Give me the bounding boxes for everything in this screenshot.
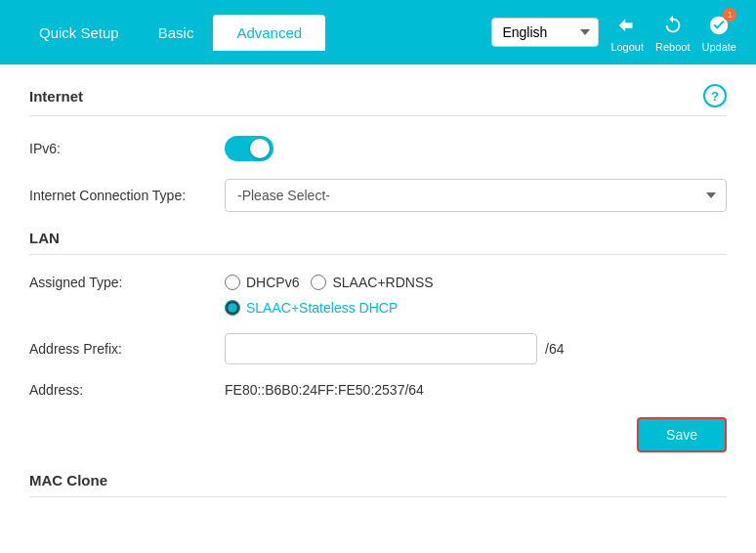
- reboot-label: Reboot: [655, 41, 690, 53]
- reboot-icon: [659, 12, 687, 39]
- lan-section: LAN Assigned Type: DHCPv6 SLAAC+RDNSS: [29, 230, 727, 398]
- ipv6-row: IPv6:: [29, 136, 727, 161]
- internet-section-header: Internet ?: [29, 84, 727, 116]
- connection-type-row: Internet Connection Type: -Please Select…: [29, 179, 727, 212]
- save-button[interactable]: Save: [637, 417, 727, 452]
- radio-dhcpv6[interactable]: DHCPv6: [225, 275, 299, 290]
- radio-slaac-stateless-label: SLAAC+Stateless DHCP: [246, 300, 398, 316]
- address-prefix-row: Address Prefix: /64: [29, 333, 727, 364]
- header: Quick Setup Basic Advanced English Chine…: [0, 0, 756, 64]
- save-btn-row: Save: [29, 417, 727, 452]
- reboot-action[interactable]: Reboot: [655, 12, 690, 53]
- address-prefix-label: Address Prefix:: [29, 341, 225, 357]
- ipv6-toggle[interactable]: [225, 136, 727, 161]
- address-value-container: FE80::B6B0:24FF:FE50:2537/64: [225, 382, 727, 398]
- assigned-type-row: Assigned Type: DHCPv6 SLAAC+RDNSS: [29, 275, 727, 316]
- logout-action[interactable]: Logout: [610, 12, 644, 53]
- address-value: FE80::B6B0:24FF:FE50:2537/64: [225, 382, 424, 398]
- assigned-type-inner: Assigned Type: DHCPv6 SLAAC+RDNSS: [29, 275, 727, 290]
- assigned-type-options: DHCPv6 SLAAC+RDNSS: [225, 275, 727, 290]
- connection-type-select[interactable]: -Please Select- PPPoE Dynamic IP Static …: [225, 179, 727, 212]
- nav-quick-setup[interactable]: Quick Setup: [20, 15, 139, 51]
- nav-basic[interactable]: Basic: [139, 15, 214, 51]
- lan-section-header: LAN: [29, 230, 727, 255]
- assigned-type-second-row: SLAAC+Stateless DHCP: [29, 300, 727, 316]
- assigned-type-label: Assigned Type:: [29, 275, 225, 290]
- radio-group: DHCPv6 SLAAC+RDNSS: [225, 275, 727, 290]
- logout-label: Logout: [610, 41, 644, 53]
- radio-slaac-rdnss[interactable]: SLAAC+RDNSS: [311, 275, 433, 290]
- update-icon: 1: [705, 12, 733, 39]
- mac-clone-title: MAC Clone: [29, 472, 107, 489]
- logout-icon: [613, 12, 641, 39]
- update-badge: 1: [723, 8, 736, 21]
- update-action[interactable]: 1 Update: [702, 12, 736, 53]
- update-label: Update: [702, 41, 736, 53]
- address-row: Address: FE80::B6B0:24FF:FE50:2537/64: [29, 382, 727, 398]
- main-content: Internet ? IPv6: Internet Connection Typ…: [0, 64, 756, 553]
- main-nav: Quick Setup Basic Advanced: [20, 0, 325, 64]
- ipv6-label: IPv6:: [29, 141, 225, 156]
- connection-type-select-wrapper: -Please Select- PPPoE Dynamic IP Static …: [225, 179, 727, 212]
- help-icon[interactable]: ?: [703, 84, 727, 107]
- header-right: English Chinese French German Logout Reb…: [491, 12, 736, 53]
- address-prefix-input[interactable]: [225, 333, 537, 364]
- mac-clone-section: MAC Clone: [29, 472, 727, 497]
- nav-advanced[interactable]: Advanced: [213, 15, 325, 51]
- internet-title: Internet: [29, 88, 83, 105]
- address-label: Address:: [29, 382, 225, 398]
- toggle-track: [225, 136, 273, 161]
- ipv6-toggle-container: [225, 136, 727, 161]
- radio-slaac-rdnss-input[interactable]: [311, 275, 326, 290]
- language-select[interactable]: English Chinese French German: [491, 18, 599, 47]
- address-prefix-suffix: /64: [545, 341, 564, 357]
- radio-dhcpv6-input[interactable]: [225, 275, 240, 290]
- radio-slaac-rdnss-label: SLAAC+RDNSS: [332, 275, 433, 290]
- connection-type-label: Internet Connection Type:: [29, 188, 225, 203]
- radio-dhcpv6-label: DHCPv6: [246, 275, 299, 290]
- radio-slaac-stateless[interactable]: SLAAC+Stateless DHCP: [225, 300, 398, 316]
- radio-slaac-stateless-input[interactable]: [225, 300, 240, 316]
- toggle-thumb: [250, 139, 270, 158]
- address-prefix-control: /64: [225, 333, 727, 364]
- lan-title: LAN: [29, 230, 60, 246]
